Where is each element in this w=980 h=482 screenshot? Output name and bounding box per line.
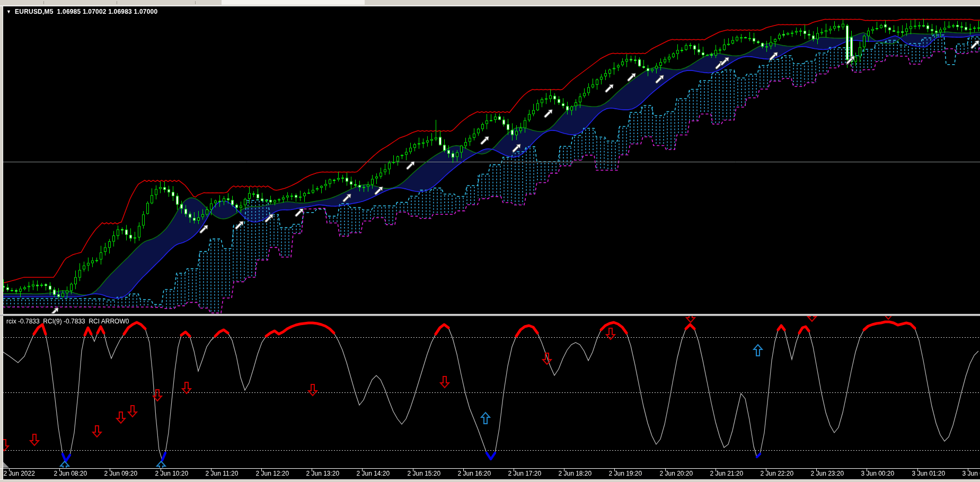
subwindow-divider[interactable]	[0, 314, 980, 316]
time-axis-label: 2 Jun 15:20	[408, 470, 441, 477]
time-axis-label: 2 Jun 12:20	[256, 470, 289, 477]
chart-symbol-timeframe: EURUSD,M5	[15, 8, 53, 15]
toolbar-field-edge	[222, 0, 365, 5]
chart-border-bottom	[0, 479, 980, 482]
time-axis-label: 2 Jun 16:20	[458, 470, 491, 477]
time-axis[interactable]: 2 Jun 20222 Jun 08:202 Jun 09:202 Jun 10…	[0, 469, 980, 479]
indicator-label: rcix -0.7833 RCI(9) -0.7833 RCI ARROW0	[6, 318, 129, 325]
time-axis-label: 2 Jun 21:20	[710, 470, 744, 477]
metatrader-chart-window: ▼ EURUSD,M5 1.06985 1.07002 1.06983 1.07…	[0, 0, 980, 482]
time-axis-label: 3 Jun 02:20	[963, 470, 980, 477]
time-axis-label: 2 Jun 11:20	[206, 470, 239, 477]
time-axis-label: 2 Jun 13:20	[306, 470, 340, 477]
time-axis-label: 2 Jun 22:20	[761, 470, 794, 477]
chart-title: ▼ EURUSD,M5 1.06985 1.07002 1.06983 1.07…	[6, 8, 157, 15]
time-axis-label: 2 Jun 20:20	[660, 470, 693, 477]
time-axis-label: 2 Jun 19:20	[609, 470, 642, 477]
toolbar-edge	[0, 0, 980, 5]
time-axis-label: 3 Jun 01:20	[912, 470, 946, 477]
time-axis-label: 2 Jun 23:20	[811, 470, 844, 477]
chart-ohlc-values: 1.06985 1.07002 1.06983 1.07000	[57, 8, 158, 15]
chart-canvas[interactable]	[0, 0, 980, 482]
time-axis-label: 2 Jun 2022	[4, 470, 35, 477]
time-axis-label: 2 Jun 14:20	[357, 470, 390, 477]
time-axis-label: 2 Jun 18:20	[559, 470, 592, 477]
time-axis-label: 2 Jun 17:20	[508, 470, 542, 477]
time-axis-label: 3 Jun 00:20	[861, 470, 895, 477]
time-axis-label: 2 Jun 10:20	[155, 470, 189, 477]
time-axis-label: 2 Jun 09:20	[104, 470, 138, 477]
chart-border-left	[0, 6, 3, 479]
chart-expander-icon[interactable]: ▼	[6, 9, 11, 14]
time-axis-label: 2 Jun 08:20	[54, 470, 87, 477]
chart-border-top	[0, 5, 980, 6]
